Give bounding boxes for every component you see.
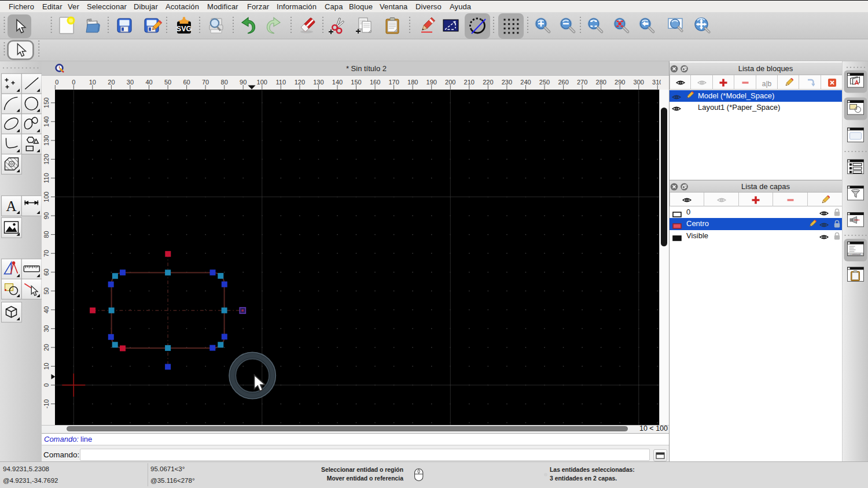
svg-text:150: 150 (351, 79, 361, 86)
svg-text:A: A (6, 198, 16, 214)
svg-text:40: 40 (145, 79, 152, 86)
svg-text:120: 120 (43, 154, 50, 164)
svg-text:70: 70 (202, 79, 209, 86)
svg-text:60: 60 (183, 79, 190, 86)
svg-text:c command: c command (850, 253, 861, 256)
svg-text:0: 0 (43, 383, 50, 387)
svg-text:310: 310 (652, 79, 661, 86)
svg-text:170: 170 (388, 79, 399, 86)
svg-text:10: 10 (43, 363, 50, 369)
svg-text:110: 110 (276, 79, 286, 86)
svg-text:100: 100 (257, 79, 267, 86)
svg-text:50: 50 (43, 287, 50, 294)
svg-text:-10: -10 (43, 400, 50, 409)
svg-text:140: 140 (332, 79, 343, 86)
svg-text:40: 40 (43, 306, 50, 313)
svg-text:0: 0 (55, 79, 58, 86)
svg-text:200: 200 (445, 79, 455, 86)
svg-text:110: 110 (43, 173, 50, 183)
svg-text:30: 30 (127, 79, 134, 86)
svg-text:30: 30 (43, 325, 50, 332)
svg-text:130: 130 (313, 79, 323, 86)
svg-text:290: 290 (615, 79, 625, 86)
svg-text:260: 260 (558, 79, 568, 86)
svg-text:210: 210 (464, 79, 475, 86)
svg-text:140: 140 (43, 116, 50, 127)
svg-text:190: 190 (426, 79, 437, 86)
svg-text:280: 280 (596, 79, 606, 86)
svg-text:90: 90 (240, 79, 247, 86)
svg-text:240: 240 (520, 79, 531, 86)
svg-text:120: 120 (295, 79, 305, 86)
svg-text:10: 10 (89, 79, 96, 86)
svg-text:80: 80 (43, 231, 50, 238)
svg-text:100: 100 (43, 191, 50, 202)
svg-text:160: 160 (370, 79, 380, 86)
svg-text:250: 250 (539, 79, 550, 86)
svg-text:230: 230 (502, 79, 512, 86)
svg-text:150: 150 (43, 98, 50, 108)
svg-text:130: 130 (43, 135, 50, 146)
svg-text:60: 60 (43, 269, 50, 276)
svg-text:90: 90 (43, 212, 50, 219)
svg-text:270: 270 (577, 79, 587, 86)
svg-text:20: 20 (108, 79, 115, 86)
svg-text:300: 300 (634, 79, 644, 86)
svg-text:80: 80 (221, 79, 228, 86)
svg-text:70: 70 (43, 250, 50, 257)
svg-text:50: 50 (164, 79, 171, 86)
svg-text:20: 20 (43, 344, 50, 351)
svg-text:180: 180 (407, 79, 418, 86)
svg-text:220: 220 (483, 79, 493, 86)
svg-text:0: 0 (72, 79, 75, 86)
